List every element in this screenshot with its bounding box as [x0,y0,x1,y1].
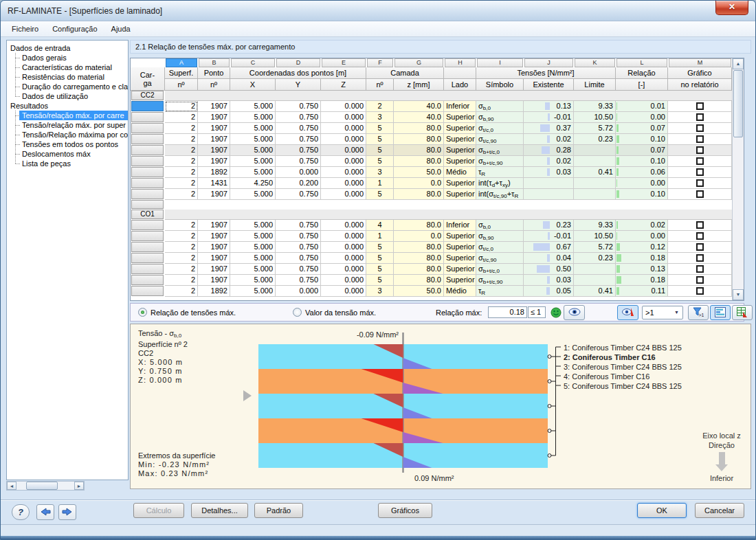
row-gutter[interactable] [131,134,164,144]
row-gutter[interactable] [131,286,164,296]
report-graphic-checkbox[interactable] [696,254,704,262]
table-row[interactable]: 219075.0000.7500.000580.0Superiorσb+t/c,… [131,145,732,156]
row-gutter[interactable] [131,145,164,155]
show-results-button[interactable] [564,305,585,320]
row-gutter[interactable] [131,178,164,188]
vscroll-thumb[interactable] [733,70,743,137]
padrao-button[interactable]: Padrão [254,503,303,518]
report-graphic-checkbox[interactable] [696,157,704,165]
report-graphic-checkbox[interactable] [696,179,704,187]
report-graphic-checkbox[interactable] [696,243,704,251]
column-letter[interactable]: F [367,58,393,67]
report-graphic-checkbox[interactable] [696,113,704,121]
table-row[interactable]: 219075.0000.7500.000580.0Superiorσt/c,90… [131,253,732,264]
table-row[interactable]: 214314.2500.2000.00010.0Superiorint(τd+τ… [131,178,732,189]
row-gutter[interactable] [131,123,164,133]
scroll-right-arrow-icon[interactable]: ► [74,482,84,490]
menu-item-ficheiro[interactable]: Ficheiro [5,23,45,35]
table-row[interactable]: 219075.0000.7500.00010.0Superiorσb,90-0.… [131,231,732,242]
table-row[interactable]: 219075.0000.7500.000580.0Superiorint(σt/… [131,189,732,200]
table-row[interactable]: 219075.0000.7500.000240.0Inferiorσb,00.1… [131,101,732,112]
row-gutter[interactable] [131,220,164,230]
relacao-max-field[interactable]: 0.18 [488,306,527,318]
column-letter[interactable]: H [445,58,476,67]
table-row[interactable]: 219075.0000.7500.000580.0Superiorσt/c,00… [131,242,732,253]
filter-greater-button[interactable]: >1 [688,305,709,320]
filter-dropdown[interactable]: >1▼ [642,306,683,319]
detalhes-button[interactable]: Detalhes... [191,503,248,518]
report-graphic-checkbox[interactable] [696,135,704,143]
table-row[interactable]: 218925.0000.0000.000350.0MédioτR0.030.41… [131,167,732,178]
radio-valor-tensao[interactable] [293,308,302,317]
scroll-up-arrow-icon[interactable]: ▲ [733,58,744,69]
previous-table-button[interactable] [36,504,54,520]
report-graphic-checkbox[interactable] [696,124,704,132]
sidebar-item[interactable]: Duração do carregamento e cla [19,82,128,91]
column-letter[interactable]: I [477,58,523,67]
scroll-left-arrow-icon[interactable]: ◄ [7,482,16,490]
row-gutter[interactable] [131,264,164,274]
close-button[interactable]: ✕ [715,1,748,15]
row-gutter[interactable] [131,253,164,263]
row-gutter[interactable] [131,231,164,241]
result-diagram-button[interactable] [710,305,731,320]
scroll-down-arrow-icon[interactable]: ▼ [733,289,744,300]
column-letter[interactable]: G [394,58,443,67]
sidebar-item[interactable]: Dados gerais [19,53,128,63]
row-gutter[interactable] [131,189,164,199]
report-graphic-checkbox[interactable] [696,168,704,176]
sidebar-item[interactable]: Deslocamentos máx [19,149,128,159]
group-band-label[interactable]: CO1 [131,210,164,219]
report-graphic-checkbox[interactable] [696,221,704,229]
row-gutter[interactable] [131,242,164,252]
table-row[interactable]: 218925.0000.0000.000350.0MédioτR0.050.41… [131,286,732,297]
sidebar-item[interactable]: Tensão/relação máx. por carre [19,111,128,120]
row-gutter[interactable] [131,101,164,111]
help-button[interactable]: ? [12,504,30,520]
row-gutter[interactable] [131,156,164,166]
column-letter[interactable]: L [616,58,667,67]
color-scale-toggle-button[interactable] [617,305,638,320]
report-graphic-checkbox[interactable] [696,102,704,110]
sidebar-item[interactable]: Características do material [19,63,128,72]
radio-relacao-tensoes[interactable] [138,308,147,317]
sidebar-hscrollbar[interactable]: ◄ ► [6,481,85,491]
report-graphic-checkbox[interactable] [696,276,704,284]
column-letter[interactable]: B [199,58,230,67]
cancelar-button[interactable]: Cancelar [695,503,744,518]
next-table-button[interactable] [58,504,76,520]
table-row[interactable]: 219075.0000.7500.000580.0Superiorσb+t/c,… [131,275,732,286]
calculo-button[interactable]: Cálculo [133,503,184,518]
report-graphic-checkbox[interactable] [696,265,704,273]
sidebar-item[interactable]: Lista de peças [19,159,128,168]
report-graphic-checkbox[interactable] [696,146,704,154]
table-row[interactable]: 219075.0000.7500.000480.0Inferiorσb,00.2… [131,220,732,231]
column-letter[interactable]: C [231,58,275,67]
column-letter[interactable]: E [322,58,366,67]
ok-button[interactable]: OK [637,503,687,518]
sidebar-item[interactable]: Tensão/relação máx. por super [19,120,128,130]
table-row[interactable]: 219075.0000.7500.000340.0Superiorσb,90-0… [131,112,732,123]
column-letter[interactable]: K [575,58,615,67]
sidebar-item[interactable]: Tensão/Relação máxima por co [19,130,128,139]
column-letter[interactable]: M [669,58,731,67]
group-band-label[interactable]: CC2 [131,91,164,100]
table-row[interactable]: 219075.0000.7500.000580.0Superiorσb+t/c,… [131,264,732,275]
table-row[interactable]: 219075.0000.7500.000580.0Superiorσt/c,90… [131,134,732,145]
row-gutter[interactable] [131,275,164,285]
report-graphic-checkbox[interactable] [696,232,704,240]
report-graphic-checkbox[interactable] [696,287,704,295]
menu-item-configuracao[interactable]: Configuração [45,23,104,35]
sidebar-item[interactable]: Resistências do material [19,72,128,82]
report-graphic-checkbox[interactable] [696,190,704,198]
table-row[interactable]: 219075.0000.7500.000580.0Superiorσt/c,00… [131,123,732,134]
sidebar-item[interactable]: Tensões em todos os pontos [19,139,128,149]
export-excel-button[interactable] [732,305,753,320]
row-gutter[interactable] [131,112,164,122]
column-letter[interactable]: A [166,58,197,67]
graficos-button[interactable]: Gráficos [378,503,432,518]
column-letter[interactable]: J [524,58,573,67]
table-vscrollbar[interactable]: ▲ ▼ [732,58,744,300]
column-letter[interactable]: D [276,58,320,67]
sidebar-item[interactable]: Dados de utilização [19,91,128,101]
